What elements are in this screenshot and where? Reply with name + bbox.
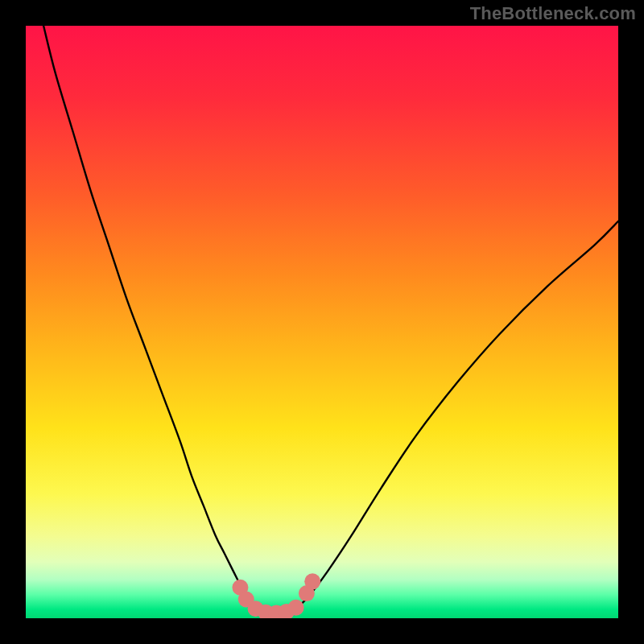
plot-area — [26, 26, 618, 618]
chart-stage: TheBottleneck.com — [0, 0, 644, 644]
gradient-background — [26, 26, 618, 618]
marker-point — [304, 573, 320, 589]
attribution-label: TheBottleneck.com — [470, 3, 636, 24]
marker-point — [288, 600, 304, 616]
chart-svg — [26, 26, 618, 618]
